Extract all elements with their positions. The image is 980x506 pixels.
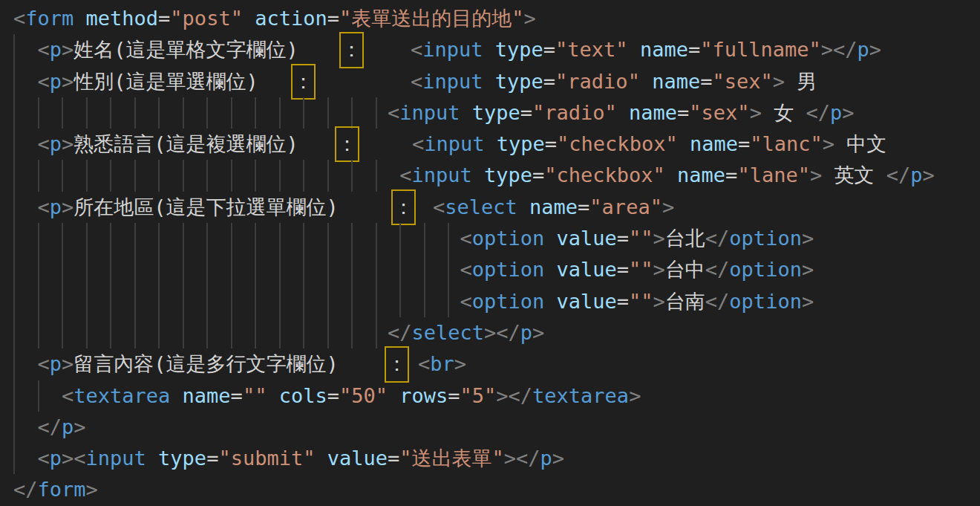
code-token: < xyxy=(62,384,74,407)
code-token: "checkbox" xyxy=(544,163,665,186)
code-token: < xyxy=(411,38,422,61)
indent-whitespace xyxy=(13,286,460,317)
code-token: </ xyxy=(705,258,730,281)
code-token: "" xyxy=(243,384,267,407)
code-token: > xyxy=(823,132,834,155)
code-token: name xyxy=(678,132,738,155)
code-token: rows xyxy=(388,384,448,407)
code-token: "area" xyxy=(589,195,662,218)
code-line-10: <option value="">台南</option> xyxy=(13,286,980,317)
code-token: value xyxy=(544,258,617,281)
code-token: 英文 xyxy=(822,163,886,186)
code-token: type xyxy=(483,70,543,93)
code-token: "lanc" xyxy=(750,132,823,155)
code-token: = xyxy=(578,195,589,218)
code-token: < xyxy=(38,195,50,218)
code-line-16: </form> xyxy=(13,474,980,505)
code-token: = xyxy=(327,7,339,30)
code-token: > xyxy=(821,38,833,61)
code-token: = xyxy=(725,163,737,186)
code-token: input xyxy=(422,38,483,61)
code-token: textarea xyxy=(74,384,170,407)
code-token: type xyxy=(483,38,543,61)
indent-whitespace xyxy=(13,129,38,160)
code-token: "text" xyxy=(555,38,628,61)
code-token-group: <input type="radio" name="sex"> 男 xyxy=(411,66,817,97)
code-token: > xyxy=(62,352,74,375)
unicode-highlight-box: ： xyxy=(387,348,407,380)
code-token: cols xyxy=(267,384,327,407)
code-token: type xyxy=(485,132,545,155)
code-token: < xyxy=(388,101,399,124)
code-token: p xyxy=(50,38,62,61)
indent-whitespace xyxy=(13,317,388,348)
code-line-2: <p>姓名(這是單格文字欄位)：<input type="text" name=… xyxy=(13,34,980,65)
indent-whitespace xyxy=(13,97,388,129)
code-token: input xyxy=(399,101,460,124)
code-token: > xyxy=(532,321,544,344)
code-token: = xyxy=(520,101,532,124)
code-token: = xyxy=(700,70,712,93)
code-token: > xyxy=(653,290,665,313)
code-token: = xyxy=(738,132,750,155)
code-token: br xyxy=(430,352,454,375)
indent-whitespace xyxy=(13,443,38,474)
code-token: input xyxy=(424,132,484,155)
code-token-group: <input type="text" name="fullname"></p> xyxy=(411,34,881,65)
code-token: value xyxy=(315,447,388,470)
code-token: > xyxy=(74,415,85,438)
indent-whitespace xyxy=(13,160,399,191)
code-area[interactable]: <form method="post" action="表單送出的目的地"><p… xyxy=(13,3,980,506)
unicode-highlight-box: ： xyxy=(393,192,414,223)
code-token: select xyxy=(445,195,517,218)
code-token: method xyxy=(74,7,158,30)
code-token: = xyxy=(206,447,218,470)
code-token: </ xyxy=(705,290,730,313)
code-token: "sex" xyxy=(689,101,749,124)
code-token: select xyxy=(411,321,484,344)
code-token: "fullname" xyxy=(700,38,821,61)
code-token: 中文 xyxy=(834,132,886,155)
code-token: "50" xyxy=(339,384,388,407)
code-token: > xyxy=(842,101,854,124)
code-editor[interactable]: <form method="post" action="表單送出的目的地"><p… xyxy=(0,0,980,506)
code-token: 女 xyxy=(762,101,806,124)
code-token: > xyxy=(62,132,74,155)
code-token: form xyxy=(25,7,74,30)
code-token: > xyxy=(802,258,814,281)
code-token: < xyxy=(74,447,85,470)
code-token: "radio" xyxy=(555,70,640,93)
indent-whitespace xyxy=(13,380,62,412)
code-token: = xyxy=(677,101,689,124)
unicode-highlight-box: ： xyxy=(342,34,362,65)
code-token: > xyxy=(552,447,564,470)
code-token: < xyxy=(460,290,471,313)
code-token: 台北 xyxy=(665,227,705,250)
code-token: > xyxy=(454,352,466,375)
code-line-15: <p><input type="submit" value="送出表單"></p… xyxy=(13,443,980,474)
code-line-13: <textarea name="" cols="50" rows="5"></t… xyxy=(13,380,980,412)
code-token: = xyxy=(545,132,557,155)
code-token: < xyxy=(38,447,50,470)
code-token: = xyxy=(231,384,243,407)
code-token: > xyxy=(86,478,98,501)
code-token: name xyxy=(628,38,688,61)
code-token: p xyxy=(50,447,62,470)
code-line-11: </select></p> xyxy=(13,317,980,348)
code-line-12: <p>留言內容(這是多行文字欄位)：<br> xyxy=(13,348,980,380)
code-token: 性別(這是單選欄位) xyxy=(74,70,258,93)
code-token: "" xyxy=(629,258,653,281)
code-token: p xyxy=(50,195,62,218)
code-token: > xyxy=(802,290,814,313)
code-token: > xyxy=(750,101,762,124)
code-token: textarea xyxy=(532,384,629,407)
code-line-7: <p>所在地區(這是下拉選單欄位)：<select name="area"> xyxy=(13,192,980,223)
code-token: > xyxy=(802,227,814,250)
code-token: > xyxy=(504,447,516,470)
indent-whitespace xyxy=(13,412,38,443)
code-token: </ xyxy=(705,227,730,250)
code-token: > xyxy=(62,195,74,218)
code-line-5: <p>熟悉語言(這是複選欄位)：<input type="checkbox" n… xyxy=(13,129,980,160)
code-token: < xyxy=(38,70,50,93)
code-line-3: <p>性別(這是單選欄位)：<input type="radio" name="… xyxy=(13,66,980,97)
